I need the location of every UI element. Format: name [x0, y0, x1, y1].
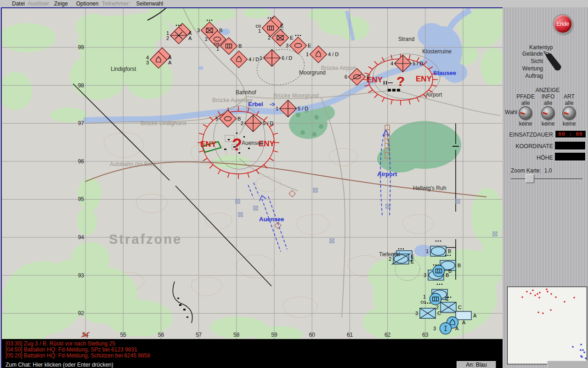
unit-label-right: 6 / D — [282, 55, 292, 61]
menu-item-seitenwahl[interactable]: Seitenwahl — [136, 0, 163, 7]
unit-label-left: 3 — [433, 326, 436, 331]
column-name: ART — [558, 93, 580, 100]
eny-unknown-mark: ? — [396, 74, 405, 89]
simulation-window: 545556575859606162639998979695949392 — [1, 7, 503, 368]
minimap-red-dot — [534, 294, 536, 296]
mission-time-display: 00 : 00 — [555, 130, 586, 138]
grid-y-label: 98 — [78, 82, 85, 89]
grid-y-label: 92 — [78, 310, 85, 316]
unit-label-right: B — [458, 263, 461, 268]
unit-label-right: 5 / D — [298, 106, 308, 111]
info-knob[interactable] — [542, 107, 554, 119]
unit-label-left: 1 — [426, 248, 429, 254]
option-alle: alle — [558, 100, 580, 106]
menu-item-zeige[interactable]: Zeige — [54, 0, 68, 7]
map-type-options[interactable]: GeländeSichtWertungAuftrag — [503, 50, 543, 80]
zoom-value: 1.0 — [544, 167, 552, 174]
place-label: Brücke Airport — [321, 65, 356, 71]
option-alle: alle — [537, 100, 559, 106]
place-label: Brücke Moorgrund — [273, 92, 319, 99]
minimap-blue-dot — [583, 351, 585, 353]
map-viewport[interactable]: 545556575859606162639998979695949392 — [2, 8, 503, 339]
unit-label-left: 2 — [436, 305, 439, 310]
grid-x-label: 58 — [233, 332, 240, 338]
grid-y-label: 97 — [78, 120, 85, 126]
unit-label-right: 4 / D — [328, 52, 339, 57]
unit-label-left: 2 — [205, 36, 208, 42]
minimap-red-dot — [547, 291, 548, 293]
map-type-knob-pointer[interactable] — [542, 50, 563, 71]
sidebar-bottom-panel — [547, 361, 588, 368]
height-display — [555, 153, 586, 161]
zoom-label-text: Zoom Karte: — [511, 167, 541, 174]
status-bar: Zum Chat: Hier klicken (oder Enter drück… — [2, 362, 503, 368]
unit-label-right: C — [437, 310, 441, 316]
control-sidebar: Ende Kartentyp GeländeSichtWertungAuftra… — [503, 0, 588, 368]
zoom-slider-track[interactable] — [511, 178, 582, 180]
option-keine: keine — [514, 121, 537, 127]
mission-time-label: EINSATZDAUER — [503, 132, 553, 138]
unit-label-right: B — [219, 28, 222, 33]
column-name: PFADE — [514, 93, 537, 100]
unit-label-left: 5 — [215, 116, 218, 121]
minimap-blue-dot — [585, 357, 587, 359]
map-type-option-gelnde[interactable]: Gelände — [503, 50, 543, 58]
grid-y-label: 94 — [78, 234, 85, 241]
unit-label-left: 1 — [216, 46, 219, 52]
pfade-knob[interactable] — [520, 107, 531, 119]
unit-label-left: 2 — [268, 35, 271, 40]
unit-label-right: E — [411, 259, 414, 264]
overview-minimap[interactable] — [507, 287, 587, 364]
menu-bar: DateiAuslöserZeigeOptionenTeilnehmer:Sei… — [0, 0, 588, 7]
unit-label-right: A — [188, 35, 192, 41]
unit-label-right: E — [367, 74, 370, 80]
minimap-red-dot — [539, 292, 541, 293]
message-log[interactable]: [03:35] Zug 3 / B: Rückt vor nach Stellu… — [2, 339, 503, 362]
chat-recipient-button[interactable]: An: Blau — [457, 361, 496, 368]
unit-label-right: E — [290, 35, 293, 40]
option-alle: alle — [514, 100, 537, 106]
log-message: [05:20] Battalion HQ: Fd-Meldung, Schütz… — [2, 353, 503, 359]
map-type-option-auftrag[interactable]: Auftrag — [503, 72, 543, 80]
eny-label: ENY — [200, 140, 217, 149]
map-type-option-wertung[interactable]: Wertung — [503, 65, 543, 72]
map-zoom-label: Zoom Karte: 1.0 — [511, 167, 552, 174]
place-label: -> — [270, 101, 275, 108]
end-button[interactable]: Ende — [554, 15, 571, 33]
display-column-info: INFOallekeine — [537, 93, 559, 127]
place-label: Auensee — [242, 140, 264, 146]
unit-label-left: 2 — [241, 121, 243, 126]
unit-label-right: A — [455, 326, 459, 331]
unit-label-right: B — [448, 268, 452, 274]
place-label: Strand — [398, 36, 414, 42]
place-label: Erbel — [248, 101, 263, 108]
minimap-red-dot — [573, 297, 575, 299]
unit-label-right: C — [458, 305, 462, 310]
minimap-red-dot — [550, 293, 552, 295]
minimap-red-dot — [564, 301, 565, 303]
menu-item-datei[interactable]: Datei — [12, 0, 25, 7]
grid-y-label: 95 — [78, 196, 85, 202]
grid-x-label: 59 — [271, 332, 277, 338]
unit-label-right: 5 / D — [263, 121, 273, 126]
map-type-option-sicht[interactable]: Sicht — [503, 58, 543, 65]
chat-hint[interactable]: Zum Chat: Hier klicken (oder Enter drück… — [6, 362, 113, 368]
grid-x-label: 55 — [120, 332, 127, 338]
minimap-red-dot — [537, 293, 538, 295]
unit-label-left: 3 — [424, 272, 426, 278]
column-name: INFO — [537, 93, 559, 100]
unit-label-left: 3 — [197, 28, 200, 33]
display-column-pfade: PFADEallekeine — [514, 93, 537, 127]
display-section-title: ANZEIGE — [525, 87, 571, 93]
place-label: Autobahn (im Bau) — [110, 161, 156, 167]
minimap-red-dot — [542, 312, 544, 314]
eny-label: ENY — [416, 75, 432, 83]
minimap-blue-dot — [580, 344, 582, 345]
menu-item-optionen[interactable]: Optionen — [76, 0, 99, 7]
unit-label-left: 1 — [260, 55, 262, 61]
unit-label-left: 1 — [276, 106, 278, 111]
art-knob[interactable] — [563, 107, 575, 119]
place-label: Tiefental — [379, 251, 400, 258]
zoom-slider-thumb[interactable] — [526, 174, 534, 183]
menu-item-teilnehmer: Teilnehmer: — [102, 0, 130, 7]
